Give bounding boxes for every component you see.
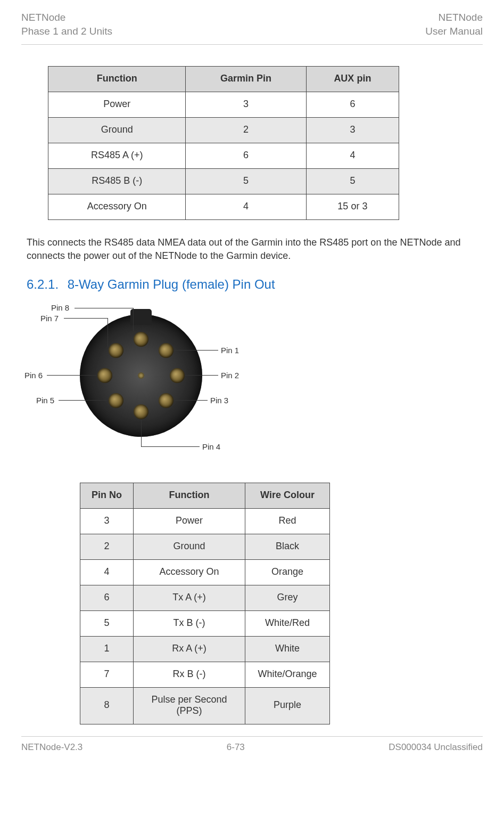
cell: 8 <box>80 687 134 724</box>
cell: 5 <box>186 169 306 194</box>
table-row: Power 3 6 <box>48 92 399 118</box>
cell: 1 <box>80 636 134 662</box>
page-footer: NETNode-V2.3 6-73 DS000034 Unclassified <box>21 736 483 753</box>
th-garmin-pin: Garmin Pin <box>186 67 306 92</box>
leader-line <box>59 400 108 401</box>
leader-line <box>175 400 208 401</box>
cell: Ground <box>48 118 186 143</box>
cell: Ground <box>134 534 245 559</box>
pin-2-hole <box>170 368 185 383</box>
th-wire-colour: Wire Colour <box>245 483 330 508</box>
table-row: 7 Rx B (-) White/Orange <box>80 662 330 687</box>
page-body: Function Garmin Pin AUX pin Power 3 6 Gr… <box>21 66 483 724</box>
leader-line <box>133 308 134 331</box>
cell: 4 <box>80 559 134 585</box>
section-title: 8-Way Garmin Plug (female) Pin Out <box>68 277 275 291</box>
th-aux-pin: AUX pin <box>306 67 399 92</box>
cell: 5 <box>306 169 399 194</box>
pin-8-label: Pin 8 <box>51 303 69 312</box>
leader-line <box>141 420 142 446</box>
header-left-line2: Phase 1 and 2 Units <box>21 25 112 38</box>
table-header-row: Pin No Function Wire Colour <box>80 483 330 508</box>
leader-line <box>141 446 200 447</box>
cell: 6 <box>306 92 399 118</box>
section-number: 6.2.1. <box>27 277 59 291</box>
cell: 3 <box>186 92 306 118</box>
cell: Power <box>48 92 186 118</box>
pin-1-hole <box>159 343 173 358</box>
cell: 3 <box>80 508 134 534</box>
cell: 15 or 3 <box>306 194 399 220</box>
cell: Pulse per Second (PPS) <box>134 687 245 724</box>
pin-3-label: Pin 3 <box>210 396 228 405</box>
pin-7-hole <box>109 343 123 358</box>
leader-line <box>64 318 108 319</box>
table-row: 3 Power Red <box>80 508 330 534</box>
pin-3-hole <box>159 393 173 408</box>
pin-6-hole <box>97 368 112 383</box>
th-function: Function <box>48 67 186 92</box>
table-row: RS485 B (-) 5 5 <box>48 169 399 194</box>
leader-line <box>175 350 218 351</box>
table-header-row: Function Garmin Pin AUX pin <box>48 67 399 92</box>
table-row: 4 Accessory On Orange <box>80 559 330 585</box>
header-right-line1: NETNode <box>425 11 483 25</box>
cell: Rx B (-) <box>134 662 245 687</box>
cell: 6 <box>186 143 306 169</box>
pin-6-label: Pin 6 <box>24 371 43 380</box>
footer-left: NETNode-V2.3 <box>21 742 82 753</box>
header-right: NETNode User Manual <box>425 11 483 38</box>
table-row: 6 Tx A (+) Grey <box>80 585 330 610</box>
cell: 2 <box>80 534 134 559</box>
cell: Purple <box>245 687 330 724</box>
plug-body-graphic <box>80 314 202 437</box>
leader-line <box>185 375 218 376</box>
cell: 5 <box>80 610 134 636</box>
body-paragraph: This connects the RS485 data NMEA data o… <box>27 236 477 262</box>
cell: RS485 A (+) <box>48 143 186 169</box>
footer-center: 6-73 <box>227 742 245 753</box>
leader-line <box>75 308 133 308</box>
cell: 4 <box>306 143 399 169</box>
cell: 6 <box>80 585 134 610</box>
table-row: 5 Tx B (-) White/Red <box>80 610 330 636</box>
cell: Tx A (+) <box>134 585 245 610</box>
cell: 4 <box>186 194 306 220</box>
footer-right: DS000034 Unclassified <box>389 742 483 753</box>
cell: 3 <box>306 118 399 143</box>
pin-4-hole <box>134 404 148 419</box>
cell: Accessory On <box>134 559 245 585</box>
cell: Orange <box>245 559 330 585</box>
th-function: Function <box>134 483 245 508</box>
pin-mapping-table: Function Garmin Pin AUX pin Power 3 6 Gr… <box>48 66 399 220</box>
header-right-line2: User Manual <box>425 25 483 38</box>
section-heading: 6.2.1. 8-Way Garmin Plug (female) Pin Ou… <box>27 277 477 292</box>
cell: Tx B (-) <box>134 610 245 636</box>
cell: White <box>245 636 330 662</box>
plug-key-graphic <box>130 309 152 325</box>
cell: White/Orange <box>245 662 330 687</box>
cell: RS485 B (-) <box>48 169 186 194</box>
table-row: 8 Pulse per Second (PPS) Purple <box>80 687 330 724</box>
pin-1-label: Pin 1 <box>221 346 239 355</box>
leader-line <box>108 318 108 347</box>
table-row: Ground 2 3 <box>48 118 399 143</box>
header-left-line1: NETNode <box>21 11 112 25</box>
pin-7-label: Pin 7 <box>40 314 59 323</box>
pin-8-hole <box>134 332 148 347</box>
table-row: RS485 A (+) 6 4 <box>48 143 399 169</box>
pin-2-label: Pin 2 <box>221 371 239 380</box>
leader-line <box>47 375 97 376</box>
cell: Black <box>245 534 330 559</box>
wiring-table: Pin No Function Wire Colour 3 Power Red … <box>80 483 330 724</box>
cell: Accessory On <box>48 194 186 220</box>
cell: Red <box>245 508 330 534</box>
page-header: NETNode Phase 1 and 2 Units NETNode User… <box>21 11 483 45</box>
table-row: Accessory On 4 15 or 3 <box>48 194 399 220</box>
table-row: 2 Ground Black <box>80 534 330 559</box>
table-row: 1 Rx A (+) White <box>80 636 330 662</box>
connector-diagram: Pin 1 Pin 2 Pin 3 Pin 4 Pin 5 Pin 6 Pin … <box>27 298 271 463</box>
plug-center-pin <box>138 372 144 379</box>
th-pin-no: Pin No <box>80 483 134 508</box>
cell: Power <box>134 508 245 534</box>
